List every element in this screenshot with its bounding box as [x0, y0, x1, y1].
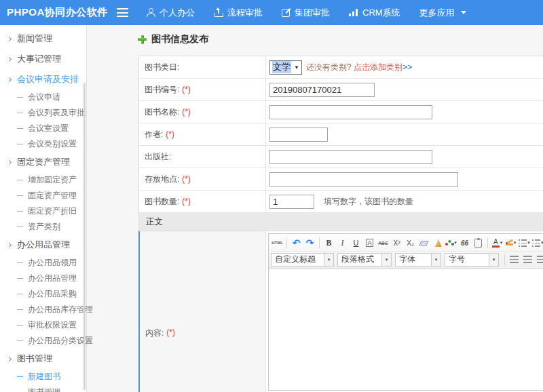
- subscript-button[interactable]: X₂: [404, 237, 417, 250]
- redo-button[interactable]: ↷: [303, 237, 316, 250]
- book-name-input[interactable]: [269, 105, 432, 119]
- sidebar-item-add-asset[interactable]: 增加固定资产: [0, 172, 86, 188]
- sidebar-item-label: 图书管理: [28, 387, 60, 392]
- sidebar-item-book-manage[interactable]: 图书管理: [0, 385, 86, 392]
- field-value: [265, 101, 543, 123]
- font-border-button[interactable]: A: [363, 237, 376, 250]
- paragraph-format-combo[interactable]: 段落格式▾: [337, 253, 392, 267]
- dash-icon: [17, 325, 23, 326]
- location-input[interactable]: [269, 172, 458, 187]
- section-title-text: 正文: [146, 216, 163, 228]
- font-size-combo[interactable]: 字号▾: [445, 253, 499, 267]
- chevron-right-icon: [7, 159, 12, 164]
- sidebar-item-label: 会议申请及安排: [17, 73, 79, 85]
- sidebar-group-meeting[interactable]: 会议申请及安排: [0, 69, 86, 90]
- undo-button[interactable]: ↶: [290, 237, 303, 250]
- html-source-button[interactable]: HTML: [271, 237, 284, 250]
- sidebar-item-supplies-category[interactable]: 办公用品分类设置: [0, 333, 86, 349]
- category-select[interactable]: 文学 ▼: [269, 60, 302, 75]
- dash-icon: [17, 262, 23, 264]
- sidebar-group-office-supplies[interactable]: 办公用品管理: [0, 235, 86, 255]
- required-marker: (*): [182, 85, 191, 94]
- no-category-hint: 还没有类别?: [306, 62, 352, 72]
- nav-personal-office[interactable]: 个人办公: [146, 7, 195, 19]
- sidebar-item-supplies-manage[interactable]: 办公用品管理: [0, 271, 86, 286]
- nav-more-apps[interactable]: 更多应用: [419, 7, 466, 19]
- sidebar-item-asset-depreciation[interactable]: 固定资产折旧: [0, 203, 86, 219]
- strikethrough-button[interactable]: ABC: [377, 237, 390, 250]
- required-marker: (*): [182, 197, 191, 206]
- format-painter-button[interactable]: [431, 237, 444, 250]
- italic-button[interactable]: I: [336, 237, 349, 250]
- sidebar-item-meeting-list[interactable]: 会议列表及审批: [0, 105, 86, 121]
- sidebar-group-news[interactable]: 新闻管理: [0, 28, 86, 49]
- book-no-input[interactable]: [269, 83, 375, 97]
- bold-button[interactable]: B: [322, 237, 335, 250]
- redo-icon: ↷: [306, 238, 314, 248]
- font-border-icon: A: [366, 239, 373, 247]
- nav-label: 更多应用: [419, 7, 455, 19]
- sidebar-item-supplies-inventory[interactable]: 办公用品库存管理: [0, 302, 86, 317]
- sidebar-item-label: 办公用品采购: [28, 288, 77, 300]
- align-right-button[interactable]: [535, 253, 543, 266]
- sidebar-item-asset-manage[interactable]: 固定资产管理: [0, 188, 86, 203]
- subscript-icon: X₂: [407, 239, 414, 247]
- sidebar-group-fixed-assets[interactable]: 固定资产管理: [0, 152, 86, 172]
- unordered-list-button[interactable]: ▾: [531, 237, 543, 250]
- add-category-arrows[interactable]: >>: [402, 62, 412, 72]
- caret-down-icon: ▾: [324, 254, 333, 266]
- sidebar-group-events[interactable]: 大事记管理: [0, 49, 86, 69]
- nav-crm-system[interactable]: CRM系统: [349, 7, 400, 19]
- custom-title-combo[interactable]: 自定义标题▾: [271, 253, 334, 267]
- form-row-category: 图书类目: 文学 ▼ 还没有类别? 点击添加类别>>: [139, 56, 543, 79]
- highlight-color-button[interactable]: ▾: [504, 237, 517, 250]
- align-center-button[interactable]: [521, 253, 534, 266]
- nav-group-approval[interactable]: 集团审批: [282, 7, 330, 19]
- sidebar-item-approval-permission[interactable]: 审批权限设置: [0, 317, 86, 333]
- font-color-button[interactable]: A▾: [491, 237, 504, 250]
- sidebar-item-meeting-category[interactable]: 会议类别设置: [0, 136, 86, 152]
- sidebar-item-supplies-requisition[interactable]: 办公用品领用: [0, 255, 86, 271]
- sidebar-item-label: 大事记管理: [17, 53, 61, 65]
- hamburger-menu-icon[interactable]: [117, 8, 128, 17]
- eraser-button[interactable]: [417, 237, 430, 250]
- sidebar-scrollbar[interactable]: [83, 83, 86, 390]
- red-bar: [492, 246, 500, 248]
- paste-plain-button[interactable]: [472, 237, 485, 250]
- form-row-author: 作者:(*): [139, 123, 543, 146]
- field-value: [265, 79, 543, 100]
- sidebar-item-supplies-purchase[interactable]: 办公用品采购: [0, 286, 86, 302]
- dash-icon: [17, 227, 23, 228]
- superscript-button[interactable]: X²: [390, 237, 403, 250]
- align-left-button[interactable]: [508, 253, 521, 266]
- ordered-list-button[interactable]: ▾: [518, 237, 531, 250]
- form-row-location: 存放地点:(*): [139, 168, 543, 191]
- body-section-header: 正文: [139, 213, 543, 231]
- toolbar-separator: [487, 237, 488, 248]
- edit-square-icon: [282, 9, 290, 17]
- sidebar-item-asset-category[interactable]: 资产类别: [0, 219, 86, 235]
- sidebar-item-meeting-apply[interactable]: 会议申请: [0, 90, 86, 105]
- dash-icon: [17, 278, 23, 279]
- sidebar-group-books[interactable]: 图书管理: [0, 349, 86, 369]
- quantity-input[interactable]: [269, 195, 314, 209]
- caret-down-icon: ▾: [381, 254, 391, 266]
- add-category-link[interactable]: 点击添加类别: [354, 62, 402, 72]
- align-left-icon: [510, 256, 519, 263]
- label-text: 出版社:: [145, 151, 171, 163]
- nav-process-approval[interactable]: 流程审批: [214, 7, 263, 19]
- caret-down-icon: ▾: [514, 240, 517, 246]
- blockquote-button[interactable]: 66: [458, 237, 471, 250]
- toolbar-separator: [319, 237, 320, 248]
- font-family-combo[interactable]: 字体▾: [395, 253, 441, 267]
- page-title: 图书信息发布: [138, 33, 208, 45]
- sidebar-item-meeting-room[interactable]: 会议室设置: [0, 121, 86, 136]
- publisher-input[interactable]: [269, 150, 432, 164]
- editor-canvas[interactable]: [269, 269, 543, 390]
- auto-typeset-button[interactable]: ▾: [445, 237, 457, 250]
- toolbar-separator: [286, 237, 287, 248]
- author-input[interactable]: [269, 128, 328, 142]
- underline-button[interactable]: U: [350, 237, 362, 250]
- nav-label: 个人办公: [160, 7, 195, 19]
- sidebar-item-new-book[interactable]: 新建图书: [0, 369, 86, 385]
